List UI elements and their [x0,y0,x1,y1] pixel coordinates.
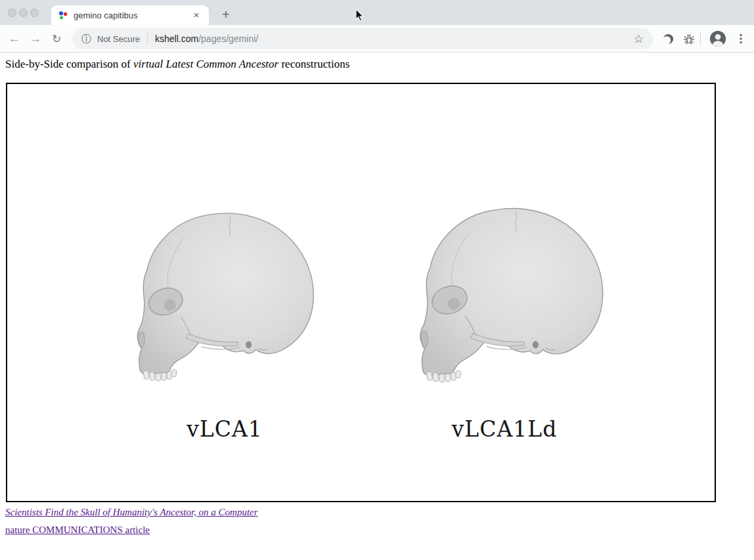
tab-close-icon[interactable]: × [190,9,202,21]
omnibox-divider [147,33,148,44]
security-label: Not Secure [97,34,140,44]
extension-moon-icon[interactable] [659,30,677,48]
browser-window: gemino capitibus × + ← → ↻ ⓘ Not Secure … [0,0,754,560]
skull-render-vlca1 [103,201,329,382]
comparison-figure: vLCA1 vLCA1Ld [6,83,716,502]
skull-render-vlca1ld [388,196,616,383]
new-tab-button[interactable]: + [217,6,235,24]
back-icon[interactable]: ← [5,30,24,48]
profile-avatar-button[interactable] [709,30,727,48]
address-bar[interactable]: ⓘ Not Secure kshell.com/pages/gemini/ ☆ [72,28,653,49]
window-close-button[interactable] [8,9,16,17]
window-zoom-button[interactable] [30,9,39,17]
page-info-icon[interactable]: ⓘ [81,33,91,45]
tab-title: gemino capitibus [74,11,190,20]
panel-label-vlca1: vLCA1 [139,416,310,442]
toolbar-divider [700,32,701,45]
reload-icon[interactable]: ↻ [47,30,66,48]
forward-icon[interactable]: → [26,30,45,48]
window-minimize-button[interactable] [19,9,28,17]
panel-label-vlca1ld: vLCA1Ld [419,416,590,442]
page-title: Side-by-Side comparison of virtual Lates… [5,58,349,71]
mouse-cursor [355,9,365,22]
link-nature-article[interactable]: nature COMMUNICATIONS article [5,525,150,536]
browser-toolbar: ← → ↻ ⓘ Not Secure kshell.com/pages/gemi… [0,25,754,53]
bookmark-star-icon[interactable]: ☆ [634,32,644,46]
tab-strip: gemino capitibus × + [0,0,754,25]
browser-tab[interactable]: gemino capitibus × [51,5,209,25]
url-host: kshell.com [155,33,198,44]
browser-menu-button[interactable] [732,30,750,48]
url-path: /pages/gemini/ [198,33,258,44]
extension-spider-icon[interactable] [680,30,698,48]
tab-favicon-icon [58,10,68,20]
link-nyt-article[interactable]: Scientists Find the Skull of Humanity's … [5,507,258,518]
